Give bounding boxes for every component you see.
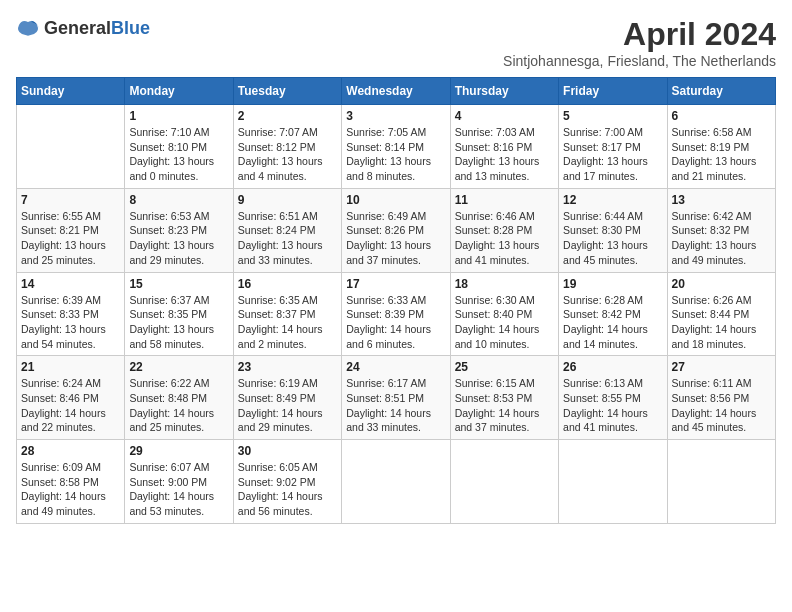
page-container: GeneralBlue April 2024 Sintjohannesga, F… [16, 16, 776, 524]
day-info: Sunrise: 6:49 AMSunset: 8:26 PMDaylight:… [346, 209, 445, 268]
day-number: 20 [672, 277, 771, 291]
calendar-cell-w2-d5: 11Sunrise: 6:46 AMSunset: 8:28 PMDayligh… [450, 188, 558, 272]
logo-text: GeneralBlue [44, 18, 150, 39]
day-number: 28 [21, 444, 120, 458]
location-subtitle: Sintjohannesga, Friesland, The Netherlan… [503, 53, 776, 69]
calendar-table: Sunday Monday Tuesday Wednesday Thursday… [16, 77, 776, 524]
day-number: 15 [129, 277, 228, 291]
page-header: GeneralBlue April 2024 Sintjohannesga, F… [16, 16, 776, 69]
day-number: 19 [563, 277, 662, 291]
day-info: Sunrise: 7:05 AMSunset: 8:14 PMDaylight:… [346, 125, 445, 184]
calendar-cell-w3-d4: 17Sunrise: 6:33 AMSunset: 8:39 PMDayligh… [342, 272, 450, 356]
calendar-cell-w1-d7: 6Sunrise: 6:58 AMSunset: 8:19 PMDaylight… [667, 105, 775, 189]
calendar-cell-w1-d3: 2Sunrise: 7:07 AMSunset: 8:12 PMDaylight… [233, 105, 341, 189]
calendar-cell-w4-d6: 26Sunrise: 6:13 AMSunset: 8:55 PMDayligh… [559, 356, 667, 440]
day-info: Sunrise: 7:03 AMSunset: 8:16 PMDaylight:… [455, 125, 554, 184]
day-info: Sunrise: 6:05 AMSunset: 9:02 PMDaylight:… [238, 460, 337, 519]
calendar-week-5: 28Sunrise: 6:09 AMSunset: 8:58 PMDayligh… [17, 440, 776, 524]
day-info: Sunrise: 6:11 AMSunset: 8:56 PMDaylight:… [672, 376, 771, 435]
day-number: 10 [346, 193, 445, 207]
calendar-cell-w5-d2: 29Sunrise: 6:07 AMSunset: 9:00 PMDayligh… [125, 440, 233, 524]
day-info: Sunrise: 6:44 AMSunset: 8:30 PMDaylight:… [563, 209, 662, 268]
calendar-cell-w2-d7: 13Sunrise: 6:42 AMSunset: 8:32 PMDayligh… [667, 188, 775, 272]
day-number: 1 [129, 109, 228, 123]
calendar-cell-w3-d1: 14Sunrise: 6:39 AMSunset: 8:33 PMDayligh… [17, 272, 125, 356]
calendar-cell-w4-d4: 24Sunrise: 6:17 AMSunset: 8:51 PMDayligh… [342, 356, 450, 440]
calendar-header: Sunday Monday Tuesday Wednesday Thursday… [17, 78, 776, 105]
calendar-cell-w3-d7: 20Sunrise: 6:26 AMSunset: 8:44 PMDayligh… [667, 272, 775, 356]
day-info: Sunrise: 6:17 AMSunset: 8:51 PMDaylight:… [346, 376, 445, 435]
calendar-cell-w3-d3: 16Sunrise: 6:35 AMSunset: 8:37 PMDayligh… [233, 272, 341, 356]
day-info: Sunrise: 6:09 AMSunset: 8:58 PMDaylight:… [21, 460, 120, 519]
day-info: Sunrise: 7:07 AMSunset: 8:12 PMDaylight:… [238, 125, 337, 184]
calendar-week-3: 14Sunrise: 6:39 AMSunset: 8:33 PMDayligh… [17, 272, 776, 356]
day-info: Sunrise: 7:00 AMSunset: 8:17 PMDaylight:… [563, 125, 662, 184]
day-number: 6 [672, 109, 771, 123]
calendar-cell-w2-d1: 7Sunrise: 6:55 AMSunset: 8:21 PMDaylight… [17, 188, 125, 272]
calendar-cell-w1-d6: 5Sunrise: 7:00 AMSunset: 8:17 PMDaylight… [559, 105, 667, 189]
calendar-cell-w2-d6: 12Sunrise: 6:44 AMSunset: 8:30 PMDayligh… [559, 188, 667, 272]
day-info: Sunrise: 6:24 AMSunset: 8:46 PMDaylight:… [21, 376, 120, 435]
calendar-cell-w4-d1: 21Sunrise: 6:24 AMSunset: 8:46 PMDayligh… [17, 356, 125, 440]
calendar-cell-w5-d5 [450, 440, 558, 524]
calendar-cell-w5-d3: 30Sunrise: 6:05 AMSunset: 9:02 PMDayligh… [233, 440, 341, 524]
day-number: 17 [346, 277, 445, 291]
calendar-cell-w1-d4: 3Sunrise: 7:05 AMSunset: 8:14 PMDaylight… [342, 105, 450, 189]
header-sunday: Sunday [17, 78, 125, 105]
day-info: Sunrise: 6:53 AMSunset: 8:23 PMDaylight:… [129, 209, 228, 268]
logo-general: General [44, 18, 111, 38]
calendar-cell-w4-d2: 22Sunrise: 6:22 AMSunset: 8:48 PMDayligh… [125, 356, 233, 440]
calendar-cell-w1-d5: 4Sunrise: 7:03 AMSunset: 8:16 PMDaylight… [450, 105, 558, 189]
calendar-cell-w5-d1: 28Sunrise: 6:09 AMSunset: 8:58 PMDayligh… [17, 440, 125, 524]
day-info: Sunrise: 6:58 AMSunset: 8:19 PMDaylight:… [672, 125, 771, 184]
day-number: 21 [21, 360, 120, 374]
day-info: Sunrise: 6:07 AMSunset: 9:00 PMDaylight:… [129, 460, 228, 519]
day-number: 2 [238, 109, 337, 123]
header-tuesday: Tuesday [233, 78, 341, 105]
logo: GeneralBlue [16, 16, 150, 40]
day-number: 7 [21, 193, 120, 207]
calendar-week-1: 1Sunrise: 7:10 AMSunset: 8:10 PMDaylight… [17, 105, 776, 189]
logo-icon [16, 16, 40, 40]
day-number: 4 [455, 109, 554, 123]
calendar-cell-w5-d4 [342, 440, 450, 524]
day-number: 11 [455, 193, 554, 207]
day-info: Sunrise: 6:19 AMSunset: 8:49 PMDaylight:… [238, 376, 337, 435]
day-info: Sunrise: 6:26 AMSunset: 8:44 PMDaylight:… [672, 293, 771, 352]
header-row: Sunday Monday Tuesday Wednesday Thursday… [17, 78, 776, 105]
day-number: 8 [129, 193, 228, 207]
day-info: Sunrise: 6:13 AMSunset: 8:55 PMDaylight:… [563, 376, 662, 435]
day-info: Sunrise: 6:15 AMSunset: 8:53 PMDaylight:… [455, 376, 554, 435]
day-number: 27 [672, 360, 771, 374]
calendar-cell-w2-d4: 10Sunrise: 6:49 AMSunset: 8:26 PMDayligh… [342, 188, 450, 272]
day-number: 13 [672, 193, 771, 207]
day-number: 30 [238, 444, 337, 458]
day-number: 3 [346, 109, 445, 123]
day-number: 5 [563, 109, 662, 123]
calendar-cell-w5-d6 [559, 440, 667, 524]
month-year-title: April 2024 [503, 16, 776, 53]
calendar-cell-w4-d5: 25Sunrise: 6:15 AMSunset: 8:53 PMDayligh… [450, 356, 558, 440]
day-info: Sunrise: 6:39 AMSunset: 8:33 PMDaylight:… [21, 293, 120, 352]
calendar-cell-w5-d7 [667, 440, 775, 524]
day-info: Sunrise: 6:37 AMSunset: 8:35 PMDaylight:… [129, 293, 228, 352]
calendar-cell-w3-d5: 18Sunrise: 6:30 AMSunset: 8:40 PMDayligh… [450, 272, 558, 356]
calendar-week-2: 7Sunrise: 6:55 AMSunset: 8:21 PMDaylight… [17, 188, 776, 272]
day-info: Sunrise: 6:22 AMSunset: 8:48 PMDaylight:… [129, 376, 228, 435]
title-section: April 2024 Sintjohannesga, Friesland, Th… [503, 16, 776, 69]
calendar-body: 1Sunrise: 7:10 AMSunset: 8:10 PMDaylight… [17, 105, 776, 524]
calendar-cell-w2-d3: 9Sunrise: 6:51 AMSunset: 8:24 PMDaylight… [233, 188, 341, 272]
day-number: 26 [563, 360, 662, 374]
day-number: 25 [455, 360, 554, 374]
calendar-cell-w4-d7: 27Sunrise: 6:11 AMSunset: 8:56 PMDayligh… [667, 356, 775, 440]
day-info: Sunrise: 6:42 AMSunset: 8:32 PMDaylight:… [672, 209, 771, 268]
day-info: Sunrise: 6:28 AMSunset: 8:42 PMDaylight:… [563, 293, 662, 352]
calendar-cell-w1-d1 [17, 105, 125, 189]
day-info: Sunrise: 6:51 AMSunset: 8:24 PMDaylight:… [238, 209, 337, 268]
day-number: 12 [563, 193, 662, 207]
day-number: 16 [238, 277, 337, 291]
calendar-cell-w1-d2: 1Sunrise: 7:10 AMSunset: 8:10 PMDaylight… [125, 105, 233, 189]
day-number: 18 [455, 277, 554, 291]
calendar-cell-w2-d2: 8Sunrise: 6:53 AMSunset: 8:23 PMDaylight… [125, 188, 233, 272]
header-friday: Friday [559, 78, 667, 105]
